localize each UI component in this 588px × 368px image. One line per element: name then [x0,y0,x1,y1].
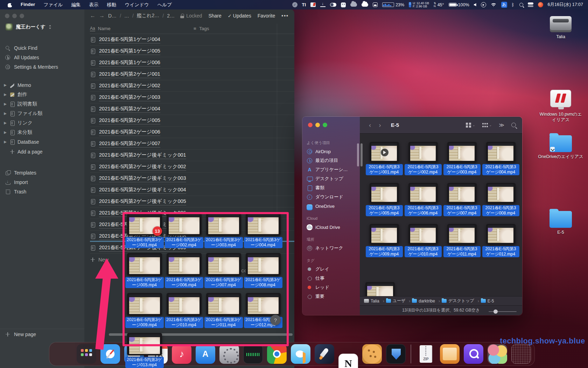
dock-app-icon[interactable] [440,344,460,364]
icon-size-slider[interactable] [489,311,517,312]
shield-check-icon[interactable]: ✓ [292,2,298,7]
close-button[interactable] [5,14,9,18]
file-item-selected[interactable]: 2021春E-5丙第3ゲージ001.mp4 [365,142,404,183]
dock-app-icon[interactable] [77,344,96,364]
finder-sidebar-item[interactable]: デスクトップ [302,174,360,183]
file-item-selected[interactable]: 2021春E-5丙第3ゲージ009.mp4 [365,224,404,265]
table-row[interactable]: 2021春E-5丙第2ゲージ後ギミック002 [90,161,294,173]
sidebar-page-item[interactable]: ▶ DataBase [0,137,84,146]
menu-bar-clock[interactable]: 6月16日(水) 17:07 [548,2,583,8]
dock-app-icon[interactable] [411,345,411,363]
locked-indicator[interactable]: Locked [180,13,202,19]
finder-sidebar-item[interactable]: OneDrive [302,202,360,211]
desktop-icon-e5-folder[interactable]: E-5 [536,209,585,235]
sidebar-page-item[interactable]: ▶ 説明書類 [0,99,84,109]
more-menu-button[interactable]: ••• [281,13,289,19]
table-row[interactable]: 2021春E-5丙第2ゲージ後ギミック004 [90,184,294,196]
cloud-app-icon[interactable] [362,3,368,7]
battery-status[interactable]: 100% [449,2,469,7]
finder-sidebar-item[interactable]: iCloud Drive [302,223,360,232]
onedrive-icon[interactable] [350,3,357,7]
finder-traffic-lights[interactable] [308,123,327,127]
dock-app-icon[interactable] [488,344,507,364]
breadcrumb-item[interactable]: 艦これ2… [137,13,159,19]
dock-app-icon[interactable] [315,344,334,364]
close-button[interactable] [308,123,313,127]
table-row[interactable]: 2021春E-5丙第2ゲージ後ギミック003 [90,173,294,184]
path-segment[interactable]: デスクトップ [442,298,479,304]
finder-sidebar-item[interactable]: 重要 [302,292,360,301]
memory-status[interactable]: U: 12.40 GBF: 2.96 GB [409,2,429,8]
table-row[interactable]: 2021春E-5丙第2ゲージ006 [90,127,294,138]
expand-toggle-icon[interactable]: ▶ [4,102,7,106]
expand-toggle-icon[interactable]: ▶ [4,121,7,125]
finder-sidebar-item[interactable]: よく使う項目 [302,138,360,147]
volume-icon[interactable] [474,3,476,6]
sidebar-item[interactable]: Settings & Members [0,62,84,71]
dock-app-icon[interactable] [416,344,436,364]
zoom-button[interactable] [20,14,24,18]
spotlight-search-icon[interactable] [519,3,523,7]
desktop-icon-windows10[interactable]: Windows 10.pvmのエイリアス [536,90,585,123]
app-box-icon[interactable] [373,2,378,7]
file-item-selected[interactable]: 2021春E-5丙第3ゲージ012.mp4 [481,224,520,265]
file-item-selected[interactable]: 2021春E-5丙第3ゲージ007.mp4 [442,183,481,224]
breadcrumb-item[interactable]: … [124,13,129,19]
table-row[interactable]: 2021春E-5丙第2ゲージ003 [90,92,294,103]
desktop-icon-onedrive-alias[interactable]: OneDriveのエイリアス [536,133,585,159]
table-row[interactable]: 2021春E-5丙第2ゲージ001 [90,69,294,80]
file-item-selected[interactable]: 2021春E-5丙第3ゲージ006.mp4 [404,183,442,224]
favorite-button[interactable]: Favorite [258,13,275,19]
breadcrumb-item[interactable]: 2… [167,13,175,19]
table-row[interactable]: 2021春E-5丙第2ゲージ007 [90,138,294,150]
menu-bar-menu[interactable]: 編集 [71,2,81,8]
expand-toggle-icon[interactable]: ▶ [4,83,7,87]
cleaner-app-icon[interactable] [538,2,543,7]
minimize-button[interactable] [315,123,320,127]
text-tool-icon[interactable]: TI [302,2,306,7]
name-column-header[interactable]: Name [98,26,111,31]
zoom-button[interactable] [323,123,327,127]
sidebar-item[interactable]: All Updates [0,53,84,62]
search-icon[interactable] [511,123,516,127]
sidebar-page-item[interactable]: ▶ 未分類 [0,128,84,137]
download-manager-icon[interactable] [320,2,326,7]
file-item-selected[interactable]: 2021春E-5丙第3ゲージ003.mp4 [442,142,481,183]
cpu-meter[interactable]: 23% [382,2,404,7]
sidebar-item[interactable]: Trash [0,187,84,196]
share-button[interactable]: Share [208,13,221,19]
file-item-selected[interactable]: 2021春E-5丙第3ゲージ005.mp4 [365,183,404,224]
file-item-selected[interactable]: 2021春E-5丙第3ゲージ011.mp4 [442,224,481,265]
file-item-selected[interactable]: 2021春E-5丙第3ゲージ008.mp4 [481,183,520,224]
file-item-selected[interactable]: 2021春E-5丙第3ゲージ010.mp4 [404,224,442,265]
sidebar-page-item[interactable]: ▶ 創作 [0,90,84,99]
table-row[interactable]: 2021春E-5丙第2ゲージ後ギミック001 [90,150,294,161]
finder-sidebar-item[interactable]: レッド [302,283,360,292]
dock-app-icon[interactable] [386,344,406,364]
forward-chevron-icon[interactable]: › [379,121,381,129]
finder-sidebar-item[interactable]: ダウンロード [302,192,360,202]
finder-sidebar-item[interactable]: アプリケーシ… [302,165,360,174]
finder-sidebar-item[interactable]: AirDrop [302,147,360,156]
expand-toggle-icon[interactable]: ▶ [4,130,7,134]
menu-bar-menu[interactable]: ファイル [43,2,63,8]
table-row[interactable]: 2021春E-5丙第2ゲージ005 [90,115,294,127]
finder-sidebar-item[interactable]: ネットワーク [302,244,360,253]
sidebar-item[interactable]: Templates [0,168,84,177]
sidebar-item[interactable]: Quick Find [0,43,84,53]
table-row[interactable]: 2021春E-5丙第2ゲージ後ギミック005 [90,196,294,207]
finder-sidebar-item[interactable]: 書類 [302,183,360,192]
network-temp[interactable]: ⇅N 45° [434,2,444,8]
control-center-icon[interactable] [528,2,533,7]
add-a-page-button[interactable]: Add a page [0,147,84,156]
menu-bar-menu[interactable]: 移動 [107,2,117,8]
view-mode-button[interactable]: ⌄ [466,123,475,128]
menu-bar-menu[interactable]: Finder [21,2,35,8]
finder-sidebar-item[interactable]: iCloud [302,214,360,223]
back-chevron-icon[interactable]: ‹ [369,121,371,129]
forward-arrow-icon[interactable]: → [99,13,105,19]
memory-app-icon[interactable] [341,2,346,7]
table-row[interactable]: 2021春E-5丙第1ゲージ004 [90,34,294,46]
wifi-icon[interactable] [491,3,497,7]
table-row[interactable]: 2021春E-5丙第1ゲージ005 [90,46,294,57]
